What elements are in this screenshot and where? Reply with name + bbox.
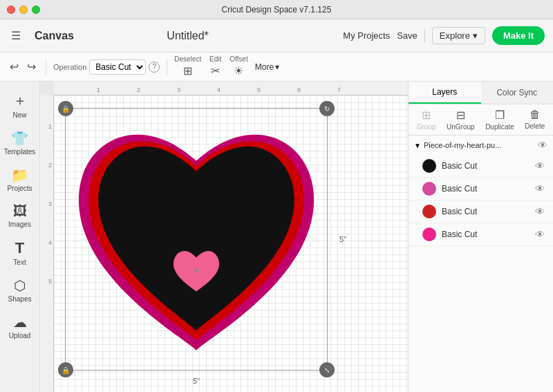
layer-color-2 — [422, 205, 436, 218]
offset-buttons: ☀ — [231, 63, 246, 79]
ruler-vmark-3: 3 — [48, 200, 52, 207]
operation-group: Operation Basic Cut ? — [53, 59, 160, 75]
resize-icon: ⤡ — [324, 366, 330, 374]
selection-box[interactable]: 🔒 ↻ 🔒 ⤡ 5" 5" — [65, 108, 328, 371]
more-button[interactable]: More ▾ — [255, 62, 279, 72]
canvas-area[interactable]: 1 2 3 4 5 6 7 1 2 3 4 5 🔒 ↻ — [40, 82, 408, 392]
explore-label: Explore — [440, 30, 470, 41]
sidebar-item-upload[interactable]: ☁ Upload — [3, 310, 37, 344]
traffic-lights — [7, 6, 40, 14]
layer-eye-2[interactable]: 👁 — [535, 206, 545, 217]
lock-icon: 🔒 — [62, 105, 70, 113]
group-button[interactable]: ⊞ Group — [417, 109, 436, 131]
sidebar-images-label: Images — [8, 221, 31, 228]
close-button[interactable] — [7, 6, 15, 14]
make-it-button[interactable]: Make It — [492, 26, 545, 45]
group-eye-icon[interactable]: 👁 — [538, 140, 547, 151]
edit-buttons: ✂ — [208, 63, 223, 79]
layer-item-2[interactable]: Basic Cut 👁 — [409, 200, 553, 223]
dim-label-horizontal: 5" — [193, 377, 200, 385]
handle-bottom-left[interactable]: 🔒 — [58, 362, 73, 377]
layer-eye-1[interactable]: 👁 — [535, 183, 545, 194]
sidebar-upload-label: Upload — [9, 332, 31, 339]
sidebar-item-text[interactable]: T Text — [3, 235, 37, 270]
handle-bottom-right[interactable]: ⤡ — [319, 362, 335, 377]
deselect-button[interactable]: ⊞ — [180, 63, 195, 79]
layer-name-1: Basic Cut — [442, 184, 529, 194]
layers-list: ▼ Piece-of-my-heart-pu... 👁 Basic Cut 👁 … — [409, 136, 553, 392]
layer-item-1[interactable]: Basic Cut 👁 — [409, 178, 553, 200]
canvas-grid[interactable]: 🔒 ↻ 🔒 ⤡ 5" 5" — [54, 95, 408, 392]
layer-item-3[interactable]: Basic Cut 👁 — [409, 223, 553, 246]
handle-top-left[interactable]: 🔒 — [58, 101, 73, 116]
sub-divider-1 — [46, 59, 46, 75]
ruler-mark-6: 6 — [297, 86, 301, 93]
project-title: Untitled* — [44, 30, 332, 42]
panel-tabs: Layers Color Sync — [409, 82, 553, 104]
ruler-mark-2: 2 — [137, 86, 140, 93]
ungroup-icon: ⊟ — [456, 109, 465, 122]
sidebar-item-images[interactable]: 🖼 Images — [3, 199, 37, 232]
panel-actions: ⊞ Group ⊟ UnGroup ❐ Duplicate 🗑 Delete — [409, 104, 553, 136]
lock-icon-2: 🔒 — [62, 366, 70, 374]
undo-redo-group: ↩ ↪ — [7, 59, 39, 75]
menu-button[interactable]: ☰ — [8, 28, 24, 44]
duplicate-label: Duplicate — [485, 123, 514, 131]
offset-button[interactable]: ☀ — [231, 63, 246, 79]
upload-icon: ☁ — [13, 314, 27, 330]
layer-group-header[interactable]: ▼ Piece-of-my-heart-pu... 👁 — [409, 136, 553, 155]
sidebar-new-label: New — [12, 111, 26, 119]
delete-button[interactable]: 🗑 Delete — [525, 109, 545, 131]
save-button[interactable]: Save — [397, 30, 418, 41]
title-bar: Cricut Design Space v7.1.125 — [0, 0, 553, 19]
tab-color-sync[interactable]: Color Sync — [481, 82, 554, 104]
sidebar-projects-label: Projects — [7, 185, 32, 192]
left-sidebar: ＋ New 👕 Templates 📁 Projects 🖼 Images T … — [0, 82, 40, 392]
layer-name-0: Basic Cut — [442, 161, 529, 171]
ruler-mark-3: 3 — [177, 86, 180, 93]
layer-eye-0[interactable]: 👁 — [535, 160, 545, 171]
help-button[interactable]: ? — [149, 62, 160, 73]
offset-label: Offset — [229, 55, 248, 63]
expand-icon: ▼ — [414, 142, 421, 149]
toolbar-divider — [424, 29, 425, 43]
operation-select[interactable]: Basic Cut — [89, 59, 146, 75]
ungroup-button[interactable]: ⊟ UnGroup — [447, 109, 475, 131]
app-title: Cricut Design Space v7.1.125 — [222, 5, 332, 15]
deselect-label: Deselect — [174, 55, 201, 63]
sidebar-item-projects[interactable]: 📁 Projects — [3, 162, 37, 196]
layer-item-0[interactable]: Basic Cut 👁 — [409, 155, 553, 178]
shapes-icon: ⬡ — [14, 277, 26, 294]
templates-icon: 👕 — [11, 130, 28, 147]
images-icon: 🖼 — [13, 203, 27, 219]
duplicate-button[interactable]: ❐ Duplicate — [485, 109, 514, 131]
more-chevron-icon: ▾ — [275, 62, 279, 72]
my-projects-button[interactable]: My Projects — [343, 30, 390, 41]
redo-button[interactable]: ↪ — [24, 59, 39, 75]
ruler-vmark-5: 5 — [48, 278, 52, 285]
layer-name-3: Basic Cut — [442, 230, 529, 239]
ruler-vmark-2: 2 — [48, 162, 52, 169]
main-toolbar: ☰ Canvas Untitled* My Projects Save Expl… — [0, 19, 553, 53]
layer-color-3 — [422, 227, 436, 241]
maximize-button[interactable] — [32, 6, 40, 14]
ruler-mark-7: 7 — [337, 86, 341, 93]
handle-top-right[interactable]: ↻ — [319, 101, 335, 116]
sidebar-item-templates[interactable]: 👕 Templates — [3, 126, 37, 160]
explore-button[interactable]: Explore ▾ — [432, 27, 485, 44]
undo-button[interactable]: ↩ — [7, 59, 21, 75]
layer-name-2: Basic Cut — [442, 207, 529, 216]
minimize-button[interactable] — [19, 6, 28, 14]
sub-toolbar: ↩ ↪ Operation Basic Cut ? Deselect ⊞ Edi… — [0, 53, 553, 82]
duplicate-icon: ❐ — [495, 109, 505, 122]
sidebar-item-shapes[interactable]: ⬡ Shapes — [3, 273, 37, 307]
main-area: ＋ New 👕 Templates 📁 Projects 🖼 Images T … — [0, 82, 553, 392]
offset-group: Offset ☀ — [229, 55, 248, 79]
delete-label: Delete — [525, 122, 545, 130]
edit-button[interactable]: ✂ — [208, 63, 223, 79]
right-panel: Layers Color Sync ⊞ Group ⊟ UnGroup ❐ Du… — [408, 82, 553, 392]
layer-eye-3[interactable]: 👁 — [535, 229, 545, 240]
ruler-vmark-4: 4 — [48, 239, 52, 246]
tab-layers[interactable]: Layers — [409, 82, 481, 104]
sidebar-item-new[interactable]: ＋ New — [3, 87, 37, 123]
